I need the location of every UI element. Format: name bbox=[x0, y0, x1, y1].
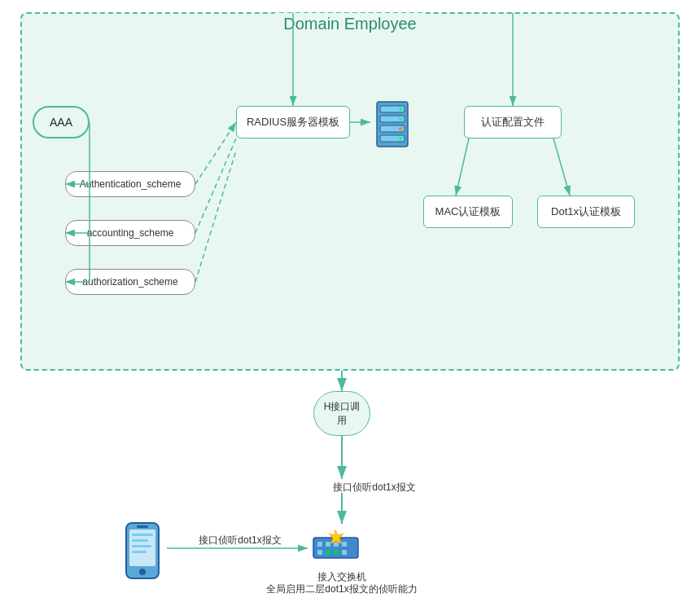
svg-rect-13 bbox=[132, 534, 153, 536]
svg-point-5 bbox=[399, 108, 402, 111]
phone-icon bbox=[122, 521, 163, 578]
accounting-scheme-box: accounting_scheme bbox=[65, 220, 195, 246]
svg-rect-23 bbox=[326, 550, 330, 555]
svg-rect-20 bbox=[334, 542, 339, 547]
h-interface-label: H接口调用 bbox=[324, 400, 361, 428]
svg-rect-18 bbox=[317, 542, 322, 547]
aaa-label: AAA bbox=[50, 116, 72, 129]
svg-rect-12 bbox=[137, 525, 148, 528]
listen-label-2: 接口侦听dot1x报文 bbox=[175, 534, 305, 547]
h-interface-box: H接口调用 bbox=[313, 391, 370, 436]
svg-point-8 bbox=[399, 137, 402, 140]
dot1x-box: Dot1x认证模板 bbox=[537, 196, 635, 228]
authorization-scheme-box: authorization_scheme bbox=[65, 269, 195, 295]
domain-title: Domain Employee bbox=[273, 13, 426, 35]
switch-label-2: 全局启用二层dot1x报文的侦听能力 bbox=[252, 582, 431, 596]
svg-rect-22 bbox=[317, 550, 322, 555]
svg-rect-16 bbox=[132, 551, 147, 553]
svg-rect-19 bbox=[326, 542, 330, 547]
svg-rect-21 bbox=[342, 542, 347, 547]
dot1x-label: Dot1x认证模板 bbox=[551, 204, 621, 219]
svg-rect-24 bbox=[334, 550, 339, 555]
svg-point-7 bbox=[399, 127, 402, 130]
svg-point-6 bbox=[399, 117, 402, 121]
svg-point-11 bbox=[139, 569, 146, 575]
auth-scheme-box: Authentication_scheme bbox=[65, 171, 195, 197]
switch-icon bbox=[309, 525, 362, 570]
svg-rect-15 bbox=[132, 545, 151, 547]
svg-rect-14 bbox=[132, 539, 148, 542]
authorization-scheme-label: authorization_scheme bbox=[82, 276, 177, 288]
listen-label-1: 接口侦听dot1x报文 bbox=[309, 481, 440, 494]
svg-rect-25 bbox=[342, 550, 347, 555]
server-icon bbox=[370, 98, 415, 151]
radius-label: RADIUS服务器模板 bbox=[247, 115, 339, 130]
aaa-box: AAA bbox=[33, 106, 90, 138]
auth-scheme-label: Authentication_scheme bbox=[80, 178, 182, 190]
auth-config-label: 认证配置文件 bbox=[481, 115, 545, 130]
radius-box: RADIUS服务器模板 bbox=[236, 106, 350, 138]
accounting-scheme-label: accounting_scheme bbox=[87, 227, 174, 239]
mac-label: MAC认证模板 bbox=[435, 204, 501, 219]
mac-box: MAC认证模板 bbox=[423, 196, 513, 228]
diagram: Domain Employee AAA Authentication_schem… bbox=[0, 0, 700, 602]
auth-config-box: 认证配置文件 bbox=[464, 106, 562, 138]
